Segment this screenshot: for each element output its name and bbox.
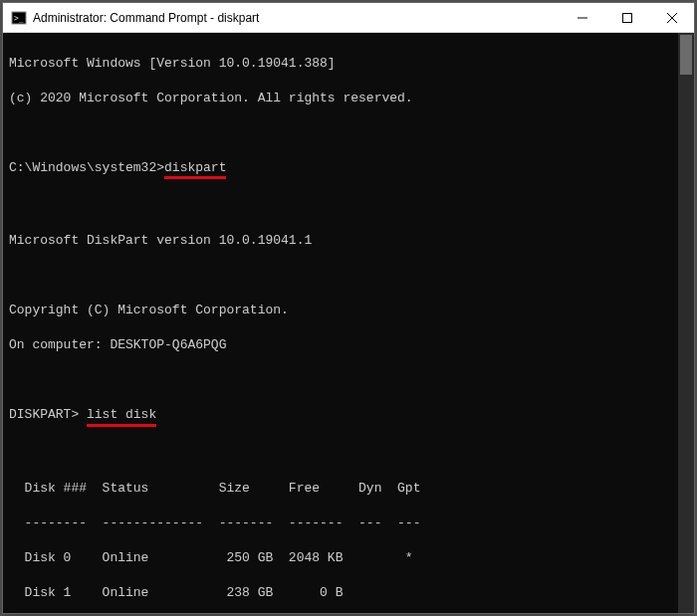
prompt-line: DISKPART> list disk — [9, 406, 672, 427]
output-line — [9, 371, 672, 389]
output-line: Copyright (C) Microsoft Corporation. — [9, 302, 672, 319]
table-header: Disk ### Status Size Free Dyn Gpt — [9, 480, 672, 498]
prompt-line: C:\Windows\system32>diskpart — [9, 159, 672, 180]
output-line: Microsoft DiskPart version 10.0.19041.1 — [9, 232, 672, 250]
output-line: Microsoft Windows [Version 10.0.19041.38… — [9, 55, 672, 73]
table-row: Disk 1 Online 238 GB 0 B — [9, 584, 672, 602]
output-line — [9, 445, 672, 463]
scrollbar-thumb[interactable] — [680, 35, 692, 75]
cmd-icon: >_ — [11, 10, 27, 26]
vertical-scrollbar[interactable] — [678, 33, 694, 613]
window-title: Administrator: Command Prompt - diskpart — [33, 11, 560, 25]
close-button[interactable] — [649, 3, 694, 32]
output-line: On computer: DESKTOP-Q6A6PQG — [9, 336, 672, 354]
command-list-disk: list disk — [87, 406, 156, 427]
window-controls — [560, 3, 694, 32]
output-line — [9, 267, 672, 285]
titlebar[interactable]: >_ Administrator: Command Prompt - diskp… — [3, 3, 694, 33]
minimize-button[interactable] — [560, 3, 604, 32]
maximize-button[interactable] — [604, 3, 649, 32]
diskpart-prompt: DISKPART> — [9, 407, 87, 422]
output-line — [9, 197, 672, 215]
output-line: (c) 2020 Microsoft Corporation. All righ… — [9, 90, 672, 107]
terminal-output[interactable]: Microsoft Windows [Version 10.0.19041.38… — [3, 33, 678, 613]
table-divider: -------- ------------- ------- ------- -… — [9, 514, 672, 532]
command-diskpart: diskpart — [164, 159, 226, 180]
output-line — [9, 124, 672, 142]
terminal-area: Microsoft Windows [Version 10.0.19041.38… — [3, 33, 694, 613]
table-row: Disk 0 Online 250 GB 2048 KB * — [9, 549, 672, 567]
command-prompt-window: >_ Administrator: Command Prompt - diskp… — [2, 2, 695, 614]
svg-text:>_: >_ — [14, 14, 24, 23]
svg-rect-3 — [622, 13, 631, 22]
prompt: C:\Windows\system32> — [9, 160, 164, 175]
